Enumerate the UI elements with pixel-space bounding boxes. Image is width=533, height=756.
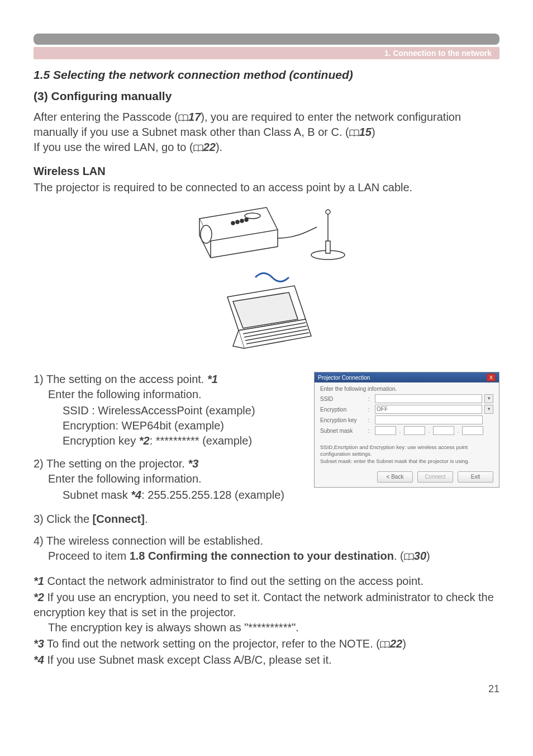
text: If you use the wired LAN, go to ( (34, 141, 193, 153)
section-bar: 1. Connection to the network (34, 47, 499, 59)
footnote-3: *3 To find out the network setting on th… (34, 636, 499, 651)
text: If you use Subnet mask except Class A/B/… (44, 654, 332, 666)
text: ) (402, 637, 406, 650)
exit-button[interactable]: Exit (458, 471, 493, 483)
footnote-2: *2 If you use an encryption, you need to… (34, 590, 499, 635)
connection-diagram (34, 202, 499, 361)
page-ref: 15 (359, 126, 372, 138)
step-3: 3) Click the [Connect]. (34, 512, 499, 527)
book-icon (349, 129, 359, 137)
text: . (145, 513, 148, 525)
page-title: 1.5 Selecting the network connection met… (34, 68, 499, 82)
step-2: 2) The setting on the projector. *3 Ente… (34, 456, 303, 486)
text: Subnet mask (63, 489, 131, 501)
ssid-label: SSID (320, 396, 366, 402)
step-4: 4) The wireless connection will be estab… (34, 533, 499, 564)
text: 1) The setting on the access point. (34, 373, 207, 385)
intro-paragraph: After entering the Passcode (17), you ar… (34, 110, 499, 155)
wireless-lan-heading: Wireless LAN (34, 165, 499, 178)
header-accent-bar (34, 34, 499, 45)
step-1: 1) The setting on the access point. *1 E… (34, 372, 303, 402)
subnet-octet-4[interactable] (462, 426, 483, 435)
text: Subset mask: enter the Subnet mask that … (320, 458, 469, 464)
svg-point-6 (240, 219, 244, 223)
text: : 255.255.255.128 (example) (141, 489, 284, 501)
ssid-input[interactable] (375, 394, 482, 403)
text: 4) The wireless connection will be estab… (34, 535, 263, 547)
dot-separator: . (398, 428, 402, 434)
book-icon (178, 114, 188, 122)
text: ) (426, 550, 430, 562)
page-ref: 22 (203, 141, 216, 153)
book-icon (193, 144, 203, 152)
book-icon (404, 553, 414, 561)
dialog-title: Projector Connection (318, 375, 370, 381)
text: To find out the network setting on the p… (44, 637, 380, 650)
page-number: 21 (34, 683, 499, 695)
svg-point-8 (201, 225, 212, 243)
text: Enter the following information. (34, 471, 202, 486)
text: 3) Click the (34, 513, 93, 525)
footnote-marker: *1 (34, 575, 44, 587)
subnet-octet-3[interactable] (433, 426, 454, 435)
chevron-down-icon[interactable]: ▾ (484, 394, 493, 403)
svg-point-4 (231, 221, 235, 225)
footnote-ref: *3 (188, 457, 198, 470)
svg-point-7 (245, 218, 248, 221)
footnote-marker: *2 (34, 591, 44, 603)
dialog-note: SSID,Encrtption and Encryption key: use … (320, 444, 493, 465)
chevron-down-icon[interactable]: ▾ (484, 405, 493, 414)
footnote-1: *1 Contact the network administrator to … (34, 574, 499, 589)
page-ref: 30 (414, 550, 426, 562)
svg-point-5 (236, 220, 239, 224)
connect-button[interactable]: Connect (417, 471, 453, 483)
footnote-marker: *4 (34, 654, 44, 666)
svg-rect-10 (326, 241, 330, 253)
text: : ********** (example) (150, 434, 252, 447)
dialog-screenshot: Projector Connection x Enter the followi… (314, 372, 499, 488)
text: Encryption: WEP64bit (example) (63, 419, 224, 432)
text: 2) The setting on the projector. (34, 457, 188, 470)
connect-label: [Connect] (93, 513, 145, 525)
text: The encryption key is always shown as "*… (34, 620, 299, 635)
subsection-heading: (3) Configuring manually (34, 89, 499, 103)
section-ref: 1.8 Confirming the connection to your de… (130, 550, 394, 562)
text: Contact the network administrator to fin… (44, 575, 423, 587)
text: SSID : WirelessAccessPoint (example) (63, 404, 255, 417)
text: SSID,Encrtption and Encryption key: use … (320, 444, 468, 457)
text: Enter the following information. (34, 387, 202, 402)
footnote-ref: *1 (207, 373, 218, 385)
text: If you use an encryption, you need to se… (34, 591, 494, 618)
encryption-label: Encryption (320, 407, 366, 413)
encryption-select[interactable]: OFF (375, 405, 482, 414)
encryption-key-label: Encryption key (320, 417, 366, 423)
text: After entering the Passcode ( (34, 111, 178, 123)
text: Encryption key (63, 434, 139, 447)
wireless-lan-desc: The projector is required to be connecte… (34, 180, 499, 195)
text: Proceed to item (48, 550, 130, 562)
svg-point-12 (326, 210, 330, 214)
page-ref: 17 (188, 111, 201, 123)
dialog-titlebar: Projector Connection x (315, 372, 499, 382)
text: ). (216, 141, 222, 153)
back-button[interactable]: < Back (377, 471, 413, 483)
dot-separator: . (427, 428, 431, 434)
encryption-key-input[interactable] (375, 415, 483, 424)
dot-separator: . (456, 428, 460, 434)
close-icon[interactable]: x (487, 374, 496, 381)
footnote-4: *4 If you use Subnet mask except Class A… (34, 653, 499, 668)
text: . ( (394, 550, 404, 562)
book-icon (380, 641, 390, 649)
subnet-octet-2[interactable] (404, 426, 425, 435)
step-2-details: Subnet mask *4: 255.255.255.128 (example… (34, 488, 303, 503)
subnet-mask-label: Subnet mask (320, 428, 366, 434)
step-1-details: SSID : WirelessAccessPoint (example) Enc… (34, 403, 303, 448)
text: ) (372, 126, 375, 138)
footnote-ref: *2 (139, 434, 150, 447)
footnote-marker: *3 (34, 637, 44, 650)
dialog-instruction: Enter the following information. (320, 386, 493, 392)
page-ref: 22 (390, 637, 402, 650)
subnet-octet-1[interactable] (375, 426, 396, 435)
footnote-ref: *4 (131, 489, 141, 501)
